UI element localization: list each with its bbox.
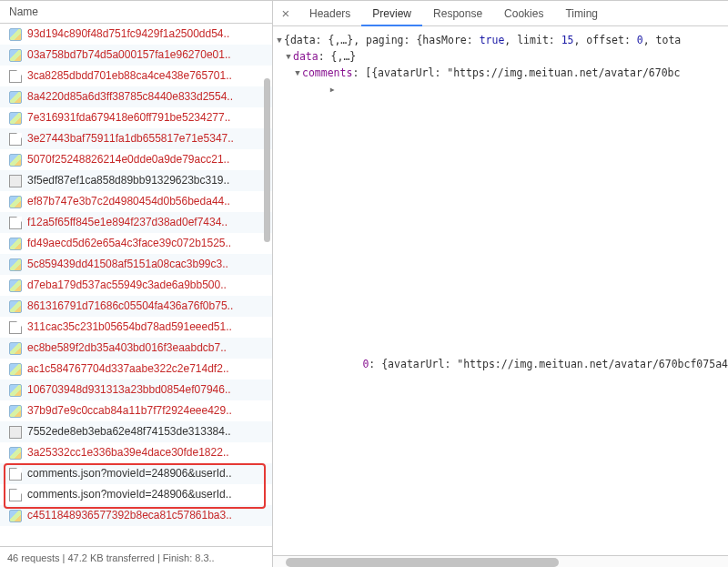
- script-file-icon: [9, 175, 22, 187]
- request-name: 7552ede8eb3eba62e48f74153de313384..: [27, 421, 231, 442]
- request-row[interactable]: 3e27443baf75911fa1db655817e71e5347..: [0, 128, 272, 149]
- image-file-icon: [9, 447, 22, 460]
- image-file-icon: [9, 405, 22, 418]
- image-file-icon: [9, 510, 22, 522]
- detail-tabs: × HeadersPreviewResponseCookiesTiming: [273, 1, 728, 26]
- request-name: fd49aecd5d62e65a4c3face39c072b1525..: [27, 233, 231, 254]
- document-file-icon: [9, 468, 22, 481]
- document-file-icon: [9, 489, 22, 501]
- request-name: ef87b747e3b7c2d4980454d0b56beda44..: [27, 191, 230, 212]
- expand-toggle[interactable]: [284, 48, 293, 65]
- request-row[interactable]: 03a758bd7b74d5a000157fa1e96270e01..: [0, 45, 272, 66]
- tab-response[interactable]: Response: [422, 1, 493, 26]
- json-value: : {,…}: [318, 49, 357, 65]
- image-file-icon: [9, 279, 22, 292]
- image-file-icon: [9, 28, 22, 41]
- expand-toggle[interactable]: [275, 32, 284, 48]
- detail-panel: × HeadersPreviewResponseCookiesTiming {d…: [273, 1, 728, 567]
- image-file-icon: [9, 196, 22, 208]
- preview-tree[interactable]: {data: {,…}, paging: {hasMore: true, lim…: [273, 26, 728, 555]
- close-icon[interactable]: ×: [273, 5, 298, 21]
- request-row[interactable]: ef87b747e3b7c2d4980454d0b56beda44..: [0, 191, 272, 212]
- request-name: d7eba179d537ac55949c3ade6a9bb500..: [27, 275, 227, 296]
- request-row[interactable]: comments.json?movieId=248906&userId..: [0, 463, 272, 484]
- request-name: 37b9d7e9c0ccab84a11b7f7f2924eee429..: [27, 400, 232, 421]
- request-row[interactable]: 5c859439dd41508af5151a08cac3b99c3..: [0, 254, 272, 275]
- request-name: c4511848936577392b8eca81c57861ba3..: [27, 505, 232, 526]
- scrollbar-thumb[interactable]: [286, 558, 559, 567]
- tab-preview[interactable]: Preview: [361, 1, 422, 26]
- request-name: 311cac35c231b05654bd78ad591eeed51..: [27, 317, 232, 338]
- request-row[interactable]: 3a25332cc1e336ba39e4dace30fde1822..: [0, 442, 272, 463]
- request-row[interactable]: 3f5edf87ef1ca858d89bb91329623bc319..: [0, 170, 272, 191]
- request-name: 8a4220d85a6d3ff38785c8440e833d2554..: [27, 86, 233, 107]
- tab-timing[interactable]: Timing: [554, 1, 609, 26]
- expand-toggle[interactable]: [302, 81, 362, 555]
- request-row[interactable]: 311cac35c231b05654bd78ad591eeed51..: [0, 317, 272, 338]
- request-name: 3ca8285dbdd701eb88ca4ce438e765701..: [27, 66, 232, 86]
- request-row[interactable]: 93d194c890f48d751fc9429f1a2500dd54..: [0, 24, 272, 45]
- request-row[interactable]: f12a5f65ff845e1e894f237d38ad0ef7434..: [0, 212, 272, 233]
- image-file-icon: [9, 300, 22, 313]
- image-file-icon: [9, 91, 22, 104]
- request-row[interactable]: 37b9d7e9c0ccab84a11b7f7f2924eee429..: [0, 400, 272, 421]
- json-value: : [{avatarUrl: "https://img.meituan.net/…: [352, 66, 680, 81]
- json-key[interactable]: 0: [362, 357, 369, 372]
- image-file-icon: [9, 238, 22, 250]
- image-file-icon: [9, 258, 22, 271]
- scrollbar-thumb[interactable]: [264, 78, 270, 242]
- request-name: 3e27443baf75911fa1db655817e71e5347..: [27, 128, 234, 149]
- request-row[interactable]: 7552ede8eb3eba62e48f74153de313384..: [0, 421, 272, 442]
- request-row[interactable]: 861316791d71686c05504fa436a76f0b75..: [0, 296, 272, 317]
- request-name: ec8be589f2db35a403bd016f3eaabdcb7..: [27, 338, 227, 359]
- image-file-icon: [9, 342, 22, 355]
- document-file-icon: [9, 70, 22, 83]
- document-file-icon: [9, 321, 22, 334]
- request-name: 5c859439dd41508af5151a08cac3b99c3..: [27, 254, 228, 275]
- request-name: 106703948d931313a23bbd0854ef07946..: [27, 380, 231, 400]
- image-file-icon: [9, 49, 22, 62]
- request-row[interactable]: 8a4220d85a6d3ff38785c8440e833d2554..: [0, 86, 272, 107]
- request-name: 861316791d71686c05504fa436a76f0b75..: [27, 296, 233, 317]
- horizontal-scrollbar[interactable]: [273, 555, 728, 567]
- image-file-icon: [9, 112, 22, 125]
- request-name: ac1c584767704d337aabe322c2e714df2..: [27, 359, 229, 380]
- image-file-icon: [9, 384, 22, 397]
- tree-text: {data: {,…}, paging: {hasMore: true, lim…: [284, 33, 681, 48]
- name-column-header[interactable]: Name: [0, 1, 272, 24]
- request-row[interactable]: comments.json?movieId=248906&userId..: [0, 484, 272, 505]
- request-name: f12a5f65ff845e1e894f237d38ad0ef7434..: [27, 212, 228, 233]
- request-row[interactable]: ac1c584767704d337aabe322c2e714df2..: [0, 359, 272, 380]
- request-row[interactable]: 5070f25248826214e0dde0a9de79acc21..: [0, 149, 272, 170]
- json-value: : {avatarUrl: "https://img.meituan.net/a…: [369, 357, 728, 372]
- tab-cookies[interactable]: Cookies: [493, 1, 554, 26]
- json-key[interactable]: data: [293, 49, 318, 65]
- request-row[interactable]: c4511848936577392b8eca81c57861ba3..: [0, 505, 272, 526]
- tab-headers[interactable]: Headers: [298, 1, 361, 26]
- expand-toggle[interactable]: [293, 65, 302, 81]
- status-bar: 46 requests | 47.2 KB transferred | Fini…: [0, 546, 272, 567]
- request-row[interactable]: 106703948d931313a23bbd0854ef07946..: [0, 380, 272, 400]
- request-name: 93d194c890f48d751fc9429f1a2500dd54..: [27, 24, 229, 45]
- request-name: 3f5edf87ef1ca858d89bb91329623bc319..: [27, 170, 229, 191]
- script-file-icon: [9, 426, 22, 439]
- request-row[interactable]: fd49aecd5d62e65a4c3face39c072b1525..: [0, 233, 272, 254]
- request-name: 3a25332cc1e336ba39e4dace30fde1822..: [27, 442, 229, 463]
- image-file-icon: [9, 154, 22, 167]
- request-name: 03a758bd7b74d5a000157fa1e96270e01..: [27, 45, 231, 66]
- request-name: comments.json?movieId=248906&userId..: [27, 484, 231, 505]
- request-row[interactable]: ec8be589f2db35a403bd016f3eaabdcb7..: [0, 338, 272, 359]
- image-file-icon: [9, 363, 22, 376]
- request-row[interactable]: 3ca8285dbdd701eb88ca4ce438e765701..: [0, 66, 272, 86]
- json-key[interactable]: comments: [302, 66, 352, 81]
- document-file-icon: [9, 133, 22, 146]
- network-request-list: Name 93d194c890f48d751fc9429f1a2500dd54.…: [0, 1, 273, 567]
- request-name: 7e316931fda679418e60ff791be5234277..: [27, 107, 230, 128]
- request-name: comments.json?movieId=248906&userId..: [27, 463, 231, 484]
- document-file-icon: [9, 217, 22, 229]
- request-name: 5070f25248826214e0dde0a9de79acc21..: [27, 149, 229, 170]
- request-list-body[interactable]: 93d194c890f48d751fc9429f1a2500dd54..03a7…: [0, 24, 272, 546]
- request-row[interactable]: 7e316931fda679418e60ff791be5234277..: [0, 107, 272, 128]
- request-row[interactable]: d7eba179d537ac55949c3ade6a9bb500..: [0, 275, 272, 296]
